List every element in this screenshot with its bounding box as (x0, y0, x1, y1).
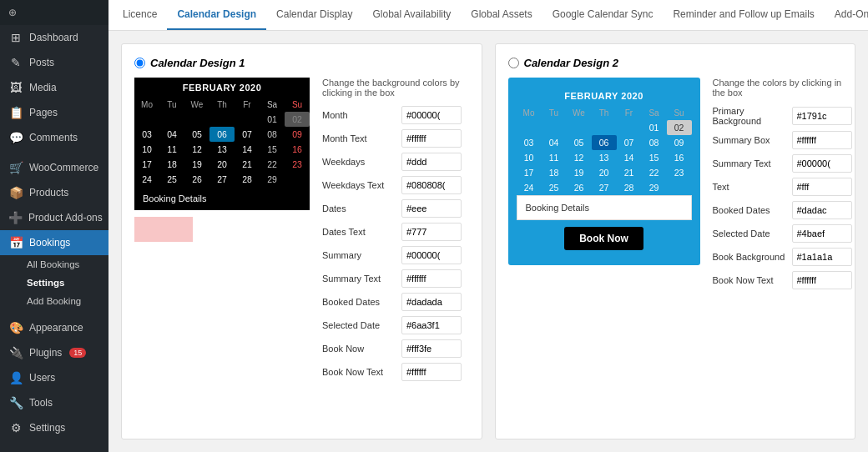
cal2-cell[interactable] (517, 120, 542, 135)
cal1-cell[interactable]: 17 (134, 157, 159, 172)
cal1-cell[interactable]: 10 (134, 142, 159, 157)
cal1-cell[interactable]: 15 (260, 142, 285, 157)
sidebar-item-plugins[interactable]: 🔌 Plugins 15 (0, 340, 108, 365)
sidebar-item-cloudways[interactable]: ☁ Cloudways Migrate (0, 445, 108, 452)
sidebar-item-bookings-settings[interactable]: Settings (18, 274, 108, 292)
color-input-booked-dates[interactable] (401, 293, 462, 311)
cal2-cell[interactable]: 15 (642, 150, 667, 165)
sidebar-item-tools[interactable]: 🔧 Tools (0, 390, 108, 415)
cal1-cell[interactable] (159, 112, 184, 127)
cal1-cell[interactable]: 27 (209, 172, 235, 187)
cal2-cell-01[interactable]: 01 (642, 120, 667, 135)
color-input-book-now-text2[interactable] (792, 271, 852, 289)
cal2-cell[interactable]: 25 (542, 180, 567, 195)
book-now-button[interactable]: Book Now (564, 227, 643, 250)
cal1-cell[interactable] (184, 112, 209, 127)
cal1-cell[interactable]: 29 (260, 172, 285, 187)
sidebar-item-product-addons[interactable]: ➕ Product Add-ons (0, 205, 108, 230)
cal2-cell[interactable] (617, 120, 642, 135)
cal1-cell[interactable]: 16 (285, 142, 310, 157)
sidebar-item-comments[interactable]: 💬 Comments (0, 125, 108, 150)
sidebar-item-woocommerce[interactable]: 🛒 WooCommerce (0, 155, 108, 180)
cal1-cell-01-sa[interactable]: 01 (260, 112, 285, 127)
cal2-cell[interactable]: 29 (642, 180, 667, 195)
cal2-cell[interactable]: 28 (617, 180, 642, 195)
cal2-cell[interactable]: 03 (517, 135, 542, 150)
color-input-summary-text[interactable] (401, 269, 462, 288)
cal1-cell[interactable]: 20 (209, 157, 235, 172)
cal2-cell[interactable]: 04 (542, 135, 567, 150)
color-input-book-now[interactable] (401, 339, 462, 358)
cal2-cell[interactable]: 17 (517, 165, 542, 180)
cal2-cell[interactable]: 22 (642, 165, 667, 180)
cal2-cell[interactable]: 27 (592, 180, 617, 195)
cal2-cell[interactable]: 05 (567, 135, 592, 150)
sidebar-item-media[interactable]: 🖼 Media (0, 75, 108, 100)
cal1-cell[interactable]: 23 (285, 157, 310, 172)
cal2-cell[interactable]: 16 (667, 150, 692, 165)
sidebar-item-bookings[interactable]: 📅 Bookings (0, 230, 108, 255)
cal2-cell[interactable]: 08 (642, 135, 667, 150)
color-input-booked-dates2[interactable] (792, 201, 852, 219)
tab-calendar-design[interactable]: Calendar Design (167, 0, 266, 30)
cal1-cell[interactable]: 21 (235, 157, 260, 172)
tab-add-ons[interactable]: Add-Ons (825, 0, 868, 30)
sidebar-item-posts[interactable]: ✎ Posts (0, 50, 108, 75)
cal2-cell[interactable]: 23 (667, 165, 692, 180)
cal2-cell[interactable] (542, 120, 567, 135)
cal1-cell[interactable]: 14 (235, 142, 260, 157)
cal1-cell[interactable]: 07 (235, 127, 260, 142)
cal1-cell[interactable]: 04 (159, 127, 184, 142)
sidebar-item-appearance[interactable]: 🎨 Appearance (0, 315, 108, 340)
color-input-summary-box[interactable] (792, 131, 852, 149)
cal2-cell[interactable]: 09 (667, 135, 692, 150)
sidebar-item-all-bookings[interactable]: All Bookings (18, 255, 108, 274)
cal2-cell[interactable]: 18 (542, 165, 567, 180)
cal1-cell[interactable]: 22 (260, 157, 285, 172)
cal1-cell[interactable]: 24 (134, 172, 159, 187)
color-input-dates[interactable] (401, 199, 462, 218)
cal1-cell[interactable]: 18 (159, 157, 184, 172)
color-input-dates-text[interactable] (401, 223, 462, 241)
tab-global-availability[interactable]: Global Availability (362, 0, 461, 30)
cal2-cell[interactable]: 12 (567, 150, 592, 165)
tab-google-calendar-sync[interactable]: Google Calendar Sync (542, 0, 664, 30)
color-input-text[interactable] (792, 178, 852, 196)
sidebar-item-products[interactable]: 📦 Products (0, 180, 108, 205)
cal2-cell[interactable] (667, 180, 692, 195)
sidebar-item-users[interactable]: 👤 Users (0, 365, 108, 390)
cal1-cell[interactable]: 05 (184, 127, 209, 142)
design2-radio[interactable] (508, 58, 519, 68)
cal2-cell[interactable]: 10 (517, 150, 542, 165)
cal1-cell[interactable]: 28 (235, 172, 260, 187)
cal1-cell-today[interactable]: 06 (209, 127, 235, 142)
design1-radio[interactable] (134, 58, 145, 68)
cal1-cell[interactable] (285, 172, 310, 187)
cal2-cell[interactable]: 19 (567, 165, 592, 180)
cal1-cell[interactable]: 25 (159, 172, 184, 187)
sidebar-item-dashboard[interactable]: ⊞ Dashboard (0, 25, 108, 50)
color-input-summary-text2[interactable] (792, 154, 852, 173)
color-input-selected-date2[interactable] (792, 224, 852, 243)
tab-global-assets[interactable]: Global Assets (461, 0, 542, 30)
sidebar-item-settings[interactable]: ⚙ Settings (0, 415, 108, 440)
cal2-cell[interactable] (567, 120, 592, 135)
color-input-book-now-text[interactable] (401, 363, 462, 381)
cal1-cell[interactable] (134, 112, 159, 127)
color-input-selected-date[interactable] (401, 316, 462, 334)
cal1-cell[interactable]: 13 (209, 142, 235, 157)
cal1-cell-02-su[interactable]: 02 (285, 112, 310, 127)
cal2-cell[interactable]: 11 (542, 150, 567, 165)
cal1-cell[interactable]: 08 (260, 127, 285, 142)
tab-licence[interactable]: Licence (113, 0, 167, 30)
cal1-cell[interactable]: 03 (134, 127, 159, 142)
cal1-cell[interactable]: 12 (184, 142, 209, 157)
color-input-weekdays-text[interactable] (401, 176, 462, 194)
tab-calendar-display[interactable]: Calendar Display (266, 0, 362, 30)
cal2-cell-today[interactable]: 06 (592, 135, 617, 150)
cal1-cell[interactable]: 26 (184, 172, 209, 187)
sidebar-item-pages[interactable]: 📋 Pages (0, 100, 108, 125)
color-input-weekdays[interactable] (401, 153, 462, 171)
tab-reminder-emails[interactable]: Reminder and Follow up Emails (663, 0, 824, 30)
cal2-cell[interactable]: 21 (617, 165, 642, 180)
